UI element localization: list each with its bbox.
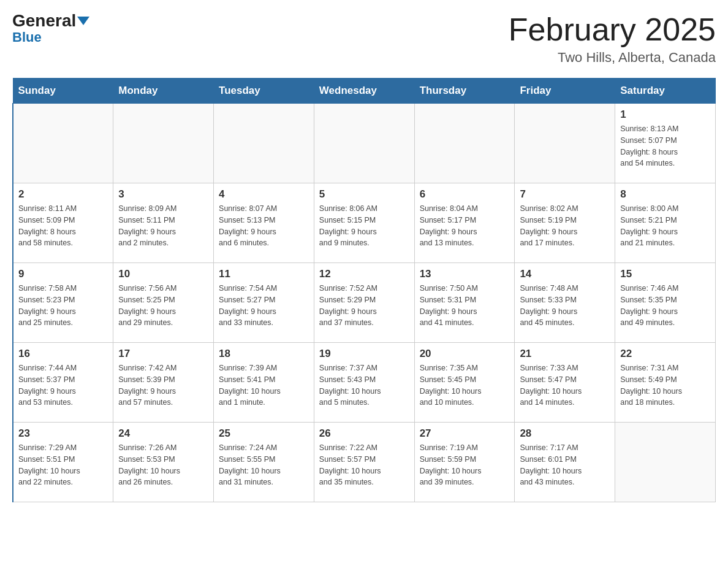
day-number: 13 [420,268,510,280]
calendar-cell: 18Sunrise: 7:39 AM Sunset: 5:41 PM Dayli… [214,343,314,423]
weekday-monday: Monday [113,79,214,104]
day-info: Sunrise: 8:11 AM Sunset: 5:09 PM Dayligh… [18,203,108,249]
weekday-tuesday: Tuesday [214,79,314,104]
day-number: 5 [319,188,409,201]
logo-triangle-icon [77,17,89,25]
day-number: 18 [219,348,309,360]
day-number: 1 [620,109,710,121]
day-info: Sunrise: 8:02 AM Sunset: 5:19 PM Dayligh… [520,203,610,249]
day-number: 17 [118,348,208,360]
day-number: 3 [118,188,208,201]
calendar-week-2: 2Sunrise: 8:11 AM Sunset: 5:09 PM Daylig… [13,183,716,263]
calendar-cell: 1Sunrise: 8:13 AM Sunset: 5:07 PM Daylig… [615,104,716,183]
calendar-cell [515,104,615,183]
weekday-friday: Friday [515,79,615,104]
calendar-cell: 13Sunrise: 7:50 AM Sunset: 5:31 PM Dayli… [414,263,515,343]
day-info: Sunrise: 7:37 AM Sunset: 5:43 PM Dayligh… [319,362,409,408]
day-number: 12 [319,268,409,280]
calendar-cell: 17Sunrise: 7:42 AM Sunset: 5:39 PM Dayli… [113,343,214,423]
day-info: Sunrise: 7:29 AM Sunset: 5:51 PM Dayligh… [18,442,108,488]
day-info: Sunrise: 7:58 AM Sunset: 5:23 PM Dayligh… [18,283,108,329]
day-number: 6 [420,188,510,201]
calendar-cell: 25Sunrise: 7:24 AM Sunset: 5:55 PM Dayli… [214,423,314,502]
calendar-cell: 24Sunrise: 7:26 AM Sunset: 5:53 PM Dayli… [113,423,214,502]
day-info: Sunrise: 7:22 AM Sunset: 5:57 PM Dayligh… [319,442,409,488]
day-info: Sunrise: 7:39 AM Sunset: 5:41 PM Dayligh… [219,362,309,408]
calendar-cell: 15Sunrise: 7:46 AM Sunset: 5:35 PM Dayli… [615,263,716,343]
weekday-saturday: Saturday [615,79,716,104]
day-number: 23 [18,427,108,440]
weekday-sunday: Sunday [13,79,113,104]
calendar-header: SundayMondayTuesdayWednesdayThursdayFrid… [13,79,716,104]
day-number: 14 [520,268,610,280]
day-number: 10 [118,268,208,280]
day-info: Sunrise: 8:00 AM Sunset: 5:21 PM Dayligh… [620,203,710,249]
calendar-cell: 12Sunrise: 7:52 AM Sunset: 5:29 PM Dayli… [314,263,414,343]
calendar-body: 1Sunrise: 8:13 AM Sunset: 5:07 PM Daylig… [13,104,716,502]
day-info: Sunrise: 7:44 AM Sunset: 5:37 PM Dayligh… [18,362,108,408]
weekday-wednesday: Wednesday [314,79,414,104]
calendar-cell: 11Sunrise: 7:54 AM Sunset: 5:27 PM Dayli… [214,263,314,343]
calendar-title: February 2025 [509,12,716,47]
day-info: Sunrise: 7:56 AM Sunset: 5:25 PM Dayligh… [118,283,208,329]
day-info: Sunrise: 8:09 AM Sunset: 5:11 PM Dayligh… [118,203,208,249]
calendar-cell: 7Sunrise: 8:02 AM Sunset: 5:19 PM Daylig… [515,183,615,263]
calendar-cell [615,423,716,502]
day-number: 16 [18,348,108,360]
day-info: Sunrise: 7:52 AM Sunset: 5:29 PM Dayligh… [319,283,409,329]
calendar-cell: 22Sunrise: 7:31 AM Sunset: 5:49 PM Dayli… [615,343,716,423]
day-number: 27 [420,427,510,440]
day-info: Sunrise: 7:19 AM Sunset: 5:59 PM Dayligh… [420,442,510,488]
calendar-cell: 2Sunrise: 8:11 AM Sunset: 5:09 PM Daylig… [13,183,113,263]
calendar-cell: 28Sunrise: 7:17 AM Sunset: 6:01 PM Dayli… [515,423,615,502]
weekday-thursday: Thursday [414,79,515,104]
day-number: 26 [319,427,409,440]
logo-blue-text: Blue [12,29,42,45]
calendar-cell: 10Sunrise: 7:56 AM Sunset: 5:25 PM Dayli… [113,263,214,343]
day-info: Sunrise: 7:48 AM Sunset: 5:33 PM Dayligh… [520,283,610,329]
calendar-subtitle: Two Hills, Alberta, Canada [509,50,716,66]
weekday-header-row: SundayMondayTuesdayWednesdayThursdayFrid… [13,79,716,104]
calendar-week-3: 9Sunrise: 7:58 AM Sunset: 5:23 PM Daylig… [13,263,716,343]
day-number: 28 [520,427,610,440]
day-info: Sunrise: 7:35 AM Sunset: 5:45 PM Dayligh… [420,362,510,408]
calendar-cell [314,104,414,183]
day-number: 9 [18,268,108,280]
day-number: 8 [620,188,710,201]
calendar-cell: 6Sunrise: 8:04 AM Sunset: 5:17 PM Daylig… [414,183,515,263]
day-number: 19 [319,348,409,360]
day-number: 2 [18,188,108,201]
logo-general-text: General [12,11,76,30]
title-block: February 2025 Two Hills, Alberta, Canada [509,12,716,66]
day-number: 24 [118,427,208,440]
calendar-cell: 8Sunrise: 8:00 AM Sunset: 5:21 PM Daylig… [615,183,716,263]
calendar-cell: 26Sunrise: 7:22 AM Sunset: 5:57 PM Dayli… [314,423,414,502]
day-number: 20 [420,348,510,360]
calendar-cell: 5Sunrise: 8:06 AM Sunset: 5:15 PM Daylig… [314,183,414,263]
day-info: Sunrise: 7:46 AM Sunset: 5:35 PM Dayligh… [620,283,710,329]
calendar-week-1: 1Sunrise: 8:13 AM Sunset: 5:07 PM Daylig… [13,104,716,183]
calendar-cell: 4Sunrise: 8:07 AM Sunset: 5:13 PM Daylig… [214,183,314,263]
calendar-cell [214,104,314,183]
day-info: Sunrise: 7:17 AM Sunset: 6:01 PM Dayligh… [520,442,610,488]
calendar-cell: 19Sunrise: 7:37 AM Sunset: 5:43 PM Dayli… [314,343,414,423]
calendar-table: SundayMondayTuesdayWednesdayThursdayFrid… [12,78,716,502]
calendar-cell: 14Sunrise: 7:48 AM Sunset: 5:33 PM Dayli… [515,263,615,343]
day-number: 4 [219,188,309,201]
day-info: Sunrise: 8:13 AM Sunset: 5:07 PM Dayligh… [620,123,710,169]
day-info: Sunrise: 7:54 AM Sunset: 5:27 PM Dayligh… [219,283,309,329]
day-info: Sunrise: 7:26 AM Sunset: 5:53 PM Dayligh… [118,442,208,488]
calendar-cell: 21Sunrise: 7:33 AM Sunset: 5:47 PM Dayli… [515,343,615,423]
day-info: Sunrise: 8:07 AM Sunset: 5:13 PM Dayligh… [219,203,309,249]
day-number: 22 [620,348,710,360]
logo-general: General [12,12,89,29]
calendar-cell [13,104,113,183]
calendar-week-5: 23Sunrise: 7:29 AM Sunset: 5:51 PM Dayli… [13,423,716,502]
calendar-cell: 16Sunrise: 7:44 AM Sunset: 5:37 PM Dayli… [13,343,113,423]
calendar-cell: 20Sunrise: 7:35 AM Sunset: 5:45 PM Dayli… [414,343,515,423]
calendar-cell [113,104,214,183]
day-number: 15 [620,268,710,280]
logo-blue-label: Blue [12,29,42,45]
day-info: Sunrise: 7:31 AM Sunset: 5:49 PM Dayligh… [620,362,710,408]
day-number: 25 [219,427,309,440]
